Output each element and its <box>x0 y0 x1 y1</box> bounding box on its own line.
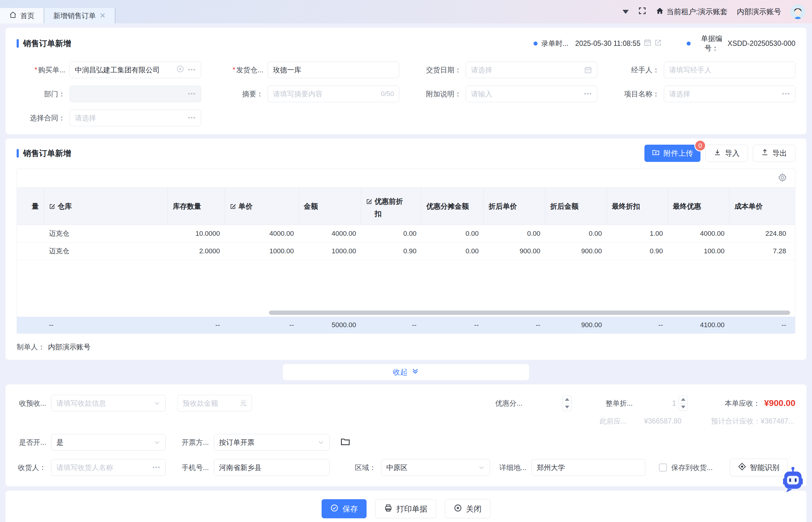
invoice-flag-select[interactable]: 是 <box>51 434 166 450</box>
avatar[interactable] <box>790 4 805 19</box>
col-header-qty-clipped[interactable]: 量 <box>17 188 44 225</box>
assistant-robot-icon[interactable] <box>779 467 807 496</box>
more-icon[interactable]: ••• <box>782 91 790 97</box>
address-input[interactable] <box>531 459 645 476</box>
edit-icon[interactable] <box>654 39 662 48</box>
tenant-label: 当前租户:演示账套 <box>666 7 728 17</box>
collapse-toggle[interactable]: 收起 <box>283 364 529 380</box>
edit-cell-icon <box>366 198 372 205</box>
col-header-discounted-price[interactable]: 折后单价 <box>484 188 545 225</box>
scrollbar-thumb[interactable] <box>269 310 790 315</box>
order-discount-stepper[interactable] <box>679 396 688 411</box>
doc-no-dot <box>687 42 691 45</box>
horizontal-scrollbar[interactable] <box>17 310 795 316</box>
save-button[interactable]: 保存 <box>322 499 367 518</box>
home-icon <box>9 11 17 20</box>
collapse-label: 收起 <box>393 367 408 377</box>
more-icon[interactable]: ••• <box>153 464 160 471</box>
import-label: 导入 <box>725 148 740 158</box>
calendar-icon[interactable] <box>584 66 592 74</box>
close-circle-icon <box>454 504 462 514</box>
table-row[interactable]: 迈克仓 10.0000 4000.00 4000.00 0.00 0.00 0.… <box>17 225 795 243</box>
calendar-icon[interactable] <box>643 39 652 48</box>
tab-new-sales-order[interactable]: 新增销售订单 ✕ <box>44 8 115 23</box>
clear-icon[interactable] <box>176 65 184 75</box>
gear-icon[interactable] <box>778 173 787 183</box>
import-button[interactable]: 导入 <box>705 145 748 162</box>
tab-home[interactable]: 首页 <box>0 8 44 23</box>
invoice-method-select[interactable]: 按订单开票 <box>214 434 330 450</box>
chevron-down-icon <box>154 400 160 406</box>
summary-input[interactable]: 0/50 <box>268 85 399 102</box>
col-header-discount-share[interactable]: 优惠分摊金额 <box>421 188 484 225</box>
note-input[interactable]: ••• <box>466 85 597 102</box>
more-icon[interactable]: ••• <box>188 91 196 97</box>
double-chevron-down-icon <box>411 367 419 377</box>
upload-label: 附件上传 <box>663 148 693 158</box>
maker-value: 内部演示账号 <box>48 343 91 351</box>
more-icon[interactable]: ••• <box>188 66 196 73</box>
department-input[interactable]: ••• <box>70 85 201 102</box>
handler-field: 经手人： <box>611 62 795 78</box>
contract-input[interactable]: ••• <box>70 109 201 126</box>
more-icon[interactable]: ••• <box>188 115 196 121</box>
export-button[interactable]: 导出 <box>753 145 795 162</box>
phone-input[interactable] <box>214 459 330 476</box>
contract-field: 选择合同： ••• <box>17 109 201 126</box>
table-empty-area <box>17 260 795 309</box>
fullscreen-icon[interactable] <box>638 6 646 17</box>
phone-label: 手机号... <box>178 463 209 473</box>
attachment-upload-button[interactable]: 附件上传 0 <box>644 145 700 162</box>
folder-plus-icon <box>652 148 660 158</box>
tab-close-icon[interactable]: ✕ <box>99 12 106 20</box>
handler-input[interactable] <box>664 62 795 78</box>
house-icon <box>656 7 664 17</box>
close-button[interactable]: 关闭 <box>445 499 490 518</box>
chevron-down-icon <box>478 464 485 471</box>
record-time-value: 2025-05-30 11:08:55 <box>575 39 640 48</box>
diamond-icon <box>738 463 746 473</box>
precollect-select[interactable]: 请填写收款信息 <box>51 395 166 411</box>
account-name[interactable]: 内部演示账号 <box>737 7 781 17</box>
order-detail-card: 销售订单新增 附件上传 0 导入 导出 <box>5 139 807 360</box>
region-select[interactable]: 中原区 <box>381 459 490 476</box>
save-to-consignee-checkbox[interactable] <box>659 463 667 471</box>
buyer-input[interactable]: ••• <box>70 62 201 78</box>
check-circle-icon <box>330 504 339 514</box>
table-row[interactable]: 迈克仓 2.0000 1000.00 1000.00 0.90 0.00 900… <box>17 243 795 260</box>
col-header-unit-price[interactable]: 单价 <box>225 188 299 225</box>
print-button[interactable]: 打印单据 <box>375 499 436 518</box>
tenant-indicator[interactable]: 当前租户:演示账套 <box>656 7 728 17</box>
col-header-final-benefit[interactable]: 最终优惠 <box>668 188 730 225</box>
chevron-down-icon[interactable] <box>622 10 629 14</box>
project-label: 项目名称： <box>611 89 664 99</box>
folder-icon[interactable] <box>340 437 351 448</box>
precollect-amount-input[interactable]: 元 <box>177 395 252 411</box>
record-time-dot <box>534 42 538 45</box>
col-header-final-discount[interactable]: 最终折扣 <box>607 188 668 225</box>
maker-row: 制单人：内部演示账号 <box>17 342 795 352</box>
col-header-amount[interactable]: 金额 <box>299 188 361 225</box>
col-header-pre-discount[interactable]: 优惠前折扣 <box>361 188 421 225</box>
save-label: 保存 <box>343 504 358 514</box>
warehouse-field: 发货仓... <box>215 62 399 78</box>
delivery-date-field: 交货日期： <box>413 62 597 78</box>
consignee-label: 收货人： <box>17 463 46 473</box>
discount-share-label: 优惠分... <box>495 399 522 408</box>
discount-share-stepper[interactable] <box>562 396 572 411</box>
col-header-cost-price[interactable]: 成本单价 <box>730 188 791 225</box>
delivery-date-label: 交货日期： <box>413 65 466 75</box>
summary-label: 摘要： <box>215 89 268 99</box>
consignee-input[interactable]: ••• <box>51 459 166 476</box>
tab-strip: 首页 新增销售订单 ✕ <box>0 8 115 23</box>
project-input[interactable]: ••• <box>664 85 795 102</box>
delivery-date-input[interactable] <box>466 62 597 78</box>
col-header-stock-qty[interactable]: 库存数量 <box>168 188 225 225</box>
warehouse-input[interactable] <box>268 62 399 78</box>
detail-title: 销售订单新增 <box>23 148 71 159</box>
col-header-discounted-amount[interactable]: 折后金额 <box>545 188 607 225</box>
col-header-warehouse[interactable]: 仓库 <box>44 188 168 225</box>
top-bar-right: 当前租户:演示账套 内部演示账号 <box>622 0 812 23</box>
top-bar: 首页 新增销售订单 ✕ 当前租户:演示账套 内部演示账号 <box>0 0 812 23</box>
more-icon[interactable]: ••• <box>584 91 592 97</box>
